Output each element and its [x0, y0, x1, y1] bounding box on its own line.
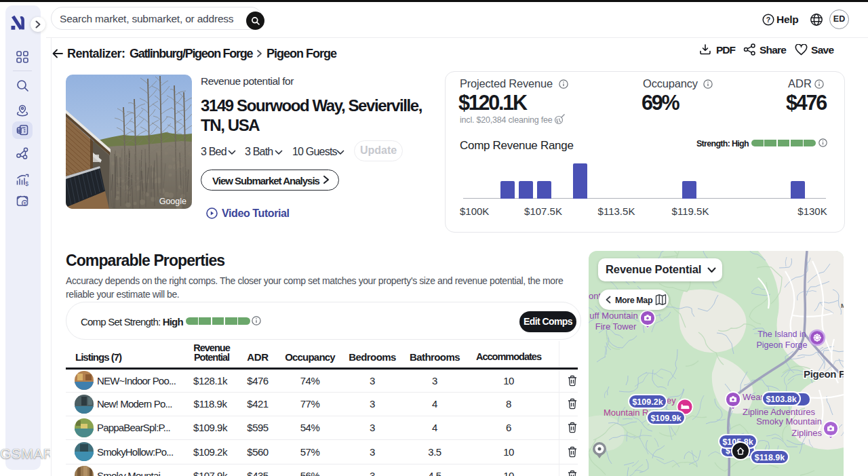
svg-text:MT: MT — [841, 302, 844, 309]
svg-text:ey: ey — [667, 395, 676, 405]
svg-text:Zipline Adventures: Zipline Adventures — [743, 407, 815, 417]
svg-text:The Island in: The Island in — [757, 330, 806, 339]
svg-text:$109.2k: $109.2k — [632, 397, 663, 407]
svg-text:uff Mountain: uff Mountain — [589, 311, 637, 321]
svg-text:Google: Google — [159, 197, 186, 206]
svg-text:Ziplines: Ziplines — [791, 428, 822, 438]
svg-text:Pigeon Forge: Pigeon Forge — [804, 368, 844, 380]
svg-text:Fire Tower: Fire Tower — [595, 321, 637, 332]
svg-text:Mountain R: Mountain R — [604, 408, 648, 418]
svg-text:$118.9k: $118.9k — [755, 453, 785, 462]
svg-text:$109.9k: $109.9k — [650, 414, 681, 423]
svg-text:Pigeon Forge: Pigeon Forge — [756, 340, 807, 350]
svg-text:$103.8k: $103.8k — [766, 395, 796, 404]
svg-text:Smoky Mountain: Smoky Mountain — [756, 416, 822, 427]
svg-text:$: $ — [25, 180, 28, 187]
svg-text:Wear: Wear — [743, 392, 764, 402]
svg-text:?: ? — [766, 16, 770, 24]
